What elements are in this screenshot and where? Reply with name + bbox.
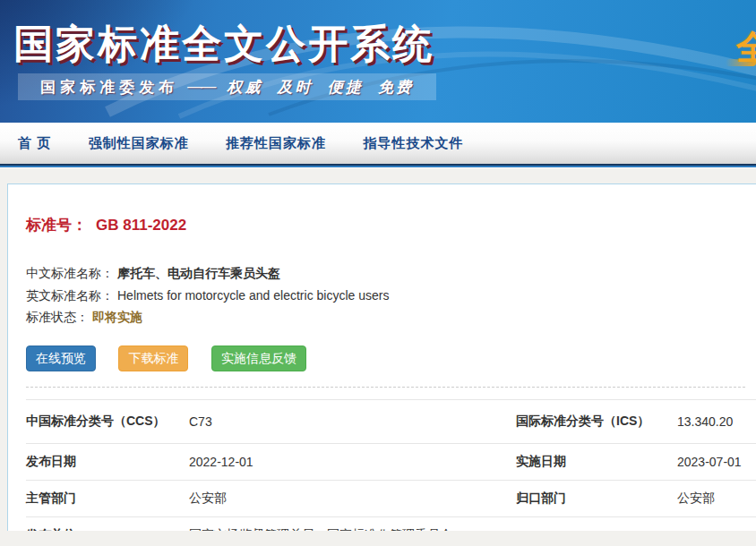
publisher-value: 国家市场监督管理总局、国家标准化管理委员会: [189, 527, 516, 532]
standard-number: 标准号：GB 811-2022: [26, 215, 756, 235]
centralized-dept-value: 公安部: [677, 491, 756, 507]
online-preview-button[interactable]: 在线预览: [26, 346, 96, 371]
table-row: 中国标准分类号（CCS） C73 国际标准分类号（ICS） 13.340.20: [26, 399, 756, 443]
cn-name-label: 中文标准名称：: [26, 266, 114, 280]
field-cn-name: 中文标准名称：摩托车、电动自行车乘员头盔: [26, 262, 756, 285]
publish-date-label: 发布日期: [26, 454, 189, 470]
publish-date-value: 2022-12-01: [189, 455, 516, 469]
ics-label: 国际标准分类号（ICS）: [516, 414, 677, 430]
implement-date-value: 2023-07-01: [677, 455, 756, 469]
site-title: 国家标准全文公开系统: [13, 18, 434, 71]
standard-fields: 中文标准名称：摩托车、电动自行车乘员头盔 英文标准名称：Helmets for …: [26, 262, 756, 328]
publisher-banner: 国家标准委发布 —— 权威 及时 便捷 免费: [18, 73, 436, 100]
banner-publisher: 国家标准委发布: [40, 77, 178, 98]
action-buttons: 在线预览 下载标准 实施信息反馈: [26, 346, 756, 371]
field-en-name: 英文标准名称：Helmets for motorcycle and electr…: [26, 285, 756, 307]
status-badge: 即将实施: [92, 310, 142, 324]
nav-border-blue: [0, 166, 756, 168]
nav-item-mandatory-standards[interactable]: 强制性国家标准: [89, 123, 189, 164]
standard-info-table: 中国标准分类号（CCS） C73 国际标准分类号（ICS） 13.340.20 …: [26, 399, 756, 532]
nav-item-recommended-standards[interactable]: 推荐性国家标准: [226, 123, 326, 164]
ics-value: 13.340.20: [677, 414, 756, 429]
authority-label: 主管部门: [26, 491, 189, 507]
implement-date-label: 实施日期: [516, 454, 677, 470]
table-row: 发布日期 2022-12-01 实施日期 2023-07-01: [26, 443, 756, 480]
download-standard-button[interactable]: 下载标准: [118, 346, 188, 371]
standard-number-label: 标准号：: [26, 217, 87, 234]
implementation-feedback-button[interactable]: 实施信息反馈: [211, 346, 306, 371]
standard-number-value: GB 811-2022: [96, 217, 186, 234]
en-name-label: 英文标准名称：: [26, 288, 114, 303]
cn-name-value: 摩托车、电动自行车乘员头盔: [117, 266, 280, 280]
en-name-value: Helmets for motorcycle and electric bicy…: [117, 288, 389, 303]
status-label: 标准状态：: [26, 310, 89, 324]
publisher-label: 发布单位: [26, 527, 189, 532]
nav-item-guiding-documents[interactable]: 指导性技术文件: [364, 123, 464, 164]
nav-item-home[interactable]: 首 页: [18, 123, 51, 164]
dashed-separator: [26, 387, 745, 388]
field-status: 标准状态：即将实施: [26, 306, 756, 328]
table-row: 发布单位 国家市场监督管理总局、国家标准化管理委员会: [26, 516, 756, 532]
ccs-label: 中国标准分类号（CCS）: [26, 414, 189, 430]
banner-dash: ——: [187, 78, 214, 96]
main-nav: 首 页 强制性国家标准 推荐性国家标准 指导性技术文件: [0, 123, 756, 164]
ccs-value: C73: [189, 414, 516, 429]
site-header: 国家标准全文公开系统 国家标准委发布 —— 权威 及时 便捷 免费 全: [0, 0, 756, 123]
authority-value: 公安部: [189, 491, 516, 507]
table-row: 主管部门 公安部 归口部门 公安部: [26, 480, 756, 516]
banner-slogan: 权威 及时 便捷 免费: [227, 77, 414, 98]
logo-gold-swoosh: [726, 59, 756, 66]
centralized-dept-label: 归口部门: [516, 491, 677, 507]
standard-detail-panel: 标准号：GB 811-2022 中文标准名称：摩托车、电动自行车乘员头盔 英文标…: [7, 183, 756, 531]
